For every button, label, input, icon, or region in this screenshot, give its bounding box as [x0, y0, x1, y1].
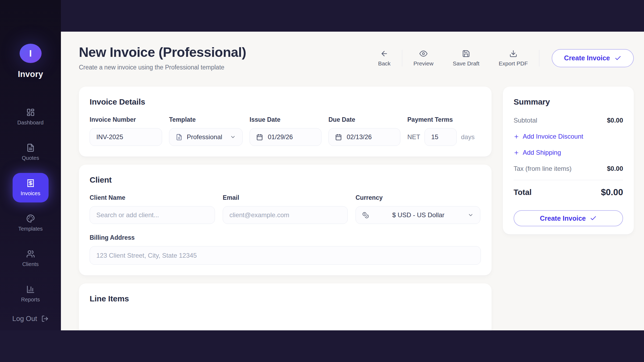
back-button[interactable]: Back: [378, 50, 391, 67]
due-date-field: Due Date 02/13/26: [328, 116, 400, 146]
tax-value: $0.00: [607, 165, 623, 172]
billing-address-field: Billing Address: [90, 224, 481, 265]
app-logo-letter: I: [29, 48, 32, 59]
palette-icon: [26, 214, 35, 223]
bar-chart-icon: [26, 285, 35, 294]
users-icon: [26, 250, 35, 258]
tax-label: Tax (from line items): [514, 165, 572, 172]
form-column: Invoice Details Invoice Number Template …: [79, 87, 492, 330]
dashboard-icon: [26, 108, 35, 117]
subtotal-label: Subtotal: [514, 117, 537, 124]
sidebar: I Invory Dashboard Quotes Invoices Templ: [0, 0, 61, 330]
sidebar-item-templates[interactable]: Templates: [13, 208, 49, 238]
billing-address-input[interactable]: [90, 246, 481, 265]
add-shipping-label: Add Shipping: [523, 149, 561, 156]
create-invoice-button-header[interactable]: Create Invoice: [552, 49, 634, 67]
client-name-input[interactable]: [90, 206, 215, 224]
tax-row: Tax (from line items) $0.00: [514, 165, 623, 172]
logout-button[interactable]: Log Out: [12, 315, 49, 323]
sidebar-item-quotes[interactable]: Quotes: [13, 138, 49, 167]
calendar-icon: [335, 134, 342, 141]
issue-date-label: Issue Date: [250, 116, 321, 123]
receipt-icon: [26, 179, 35, 187]
create-invoice-button-summary[interactable]: Create Invoice: [514, 210, 623, 226]
total-row: Total $0.00: [514, 187, 623, 197]
header-toolbar: Back Preview Save Draft Export PDF: [368, 49, 634, 67]
download-icon: [509, 50, 517, 58]
subtotal-value: $0.00: [607, 117, 623, 124]
client-title: Client: [90, 175, 481, 184]
arrow-left-icon: [380, 50, 388, 58]
export-pdf-label: Export PDF: [499, 60, 528, 67]
invoice-number-input[interactable]: [90, 128, 162, 146]
due-date-label: Due Date: [328, 116, 400, 123]
page-title: New Invoice (Professional): [79, 45, 246, 60]
app-logo: I: [20, 44, 42, 63]
email-label: Email: [223, 194, 348, 201]
plus-icon: [514, 150, 519, 156]
add-discount-label: Add Invoice Discount: [523, 133, 583, 140]
page-header-text: New Invoice (Professional) Create a new …: [79, 45, 246, 71]
currency-field: Currency $ USD - US Dollar: [356, 194, 480, 224]
sidebar-item-label: Clients: [22, 261, 39, 267]
sidebar-item-reports[interactable]: Reports: [13, 279, 49, 309]
summary-card: Summary Subtotal $0.00 Add Invoice Disco…: [503, 87, 634, 234]
chevron-down-icon: [230, 134, 236, 140]
export-pdf-button[interactable]: Export PDF: [499, 50, 528, 67]
template-value: Professional: [187, 133, 222, 141]
billing-address-label: Billing Address: [90, 234, 481, 241]
sidebar-nav: Dashboard Quotes Invoices Templates Clie…: [13, 102, 49, 315]
invoice-number-field: Invoice Number: [90, 116, 162, 146]
sidebar-item-label: Reports: [21, 297, 40, 303]
issue-date-value: 01/29/26: [268, 133, 293, 141]
create-invoice-label: Create Invoice: [564, 54, 610, 62]
save-draft-button[interactable]: Save Draft: [453, 50, 479, 67]
sidebar-item-dashboard[interactable]: Dashboard: [13, 102, 49, 132]
main-content: New Invoice (Professional) Create a new …: [61, 32, 644, 330]
add-discount-link[interactable]: Add Invoice Discount: [514, 133, 623, 140]
template-select[interactable]: Professional: [169, 128, 243, 146]
page-header: New Invoice (Professional) Create a new …: [79, 45, 634, 71]
sidebar-item-label: Dashboard: [17, 120, 44, 126]
preview-button[interactable]: Preview: [414, 50, 434, 67]
client-fields: Client Name Email Currency $ USD: [90, 194, 481, 224]
client-name-label: Client Name: [90, 194, 215, 201]
payment-terms-input[interactable]: [425, 128, 457, 146]
client-card: Client Client Name Email Currency: [79, 165, 492, 275]
payment-terms-label: Payment Terms: [407, 116, 475, 123]
days-suffix: days: [461, 133, 475, 141]
page-subtitle: Create a new invoice using the Professio…: [79, 64, 246, 71]
client-name-field: Client Name: [90, 194, 215, 224]
preview-label: Preview: [414, 60, 434, 67]
due-date-input[interactable]: 02/13/26: [328, 128, 400, 146]
currency-label: Currency: [356, 194, 480, 201]
payment-terms-field: Payment Terms NET days: [407, 116, 475, 146]
net-prefix: NET: [407, 133, 420, 141]
line-items-title: Line Items: [90, 294, 481, 303]
sidebar-item-invoices[interactable]: Invoices: [13, 173, 49, 202]
issue-date-field: Issue Date 01/29/26: [250, 116, 321, 146]
eye-icon: [419, 50, 427, 58]
sidebar-item-label: Quotes: [22, 155, 39, 161]
check-icon: [590, 215, 597, 222]
sidebar-item-label: Templates: [18, 226, 43, 232]
create-invoice-label: Create Invoice: [540, 215, 586, 222]
email-input[interactable]: [223, 206, 348, 224]
summary-divider: [514, 180, 623, 180]
sidebar-item-clients[interactable]: Clients: [13, 244, 49, 273]
summary-title: Summary: [514, 97, 623, 106]
plus-icon: [514, 134, 519, 139]
template-field: Template Professional: [169, 116, 243, 146]
total-value: $0.00: [601, 187, 623, 197]
issue-date-input[interactable]: 01/29/26: [250, 128, 321, 146]
save-icon: [462, 50, 470, 58]
check-icon: [614, 55, 621, 62]
line-items-card: Line Items: [79, 283, 492, 330]
currency-select[interactable]: $ USD - US Dollar: [356, 206, 480, 224]
app-name: Invory: [18, 69, 43, 79]
content-columns: Invoice Details Invoice Number Template …: [79, 87, 634, 330]
toolbar-divider: [539, 50, 539, 67]
file-text-icon: [176, 134, 182, 141]
add-shipping-link[interactable]: Add Shipping: [514, 149, 623, 156]
save-draft-label: Save Draft: [453, 60, 479, 67]
